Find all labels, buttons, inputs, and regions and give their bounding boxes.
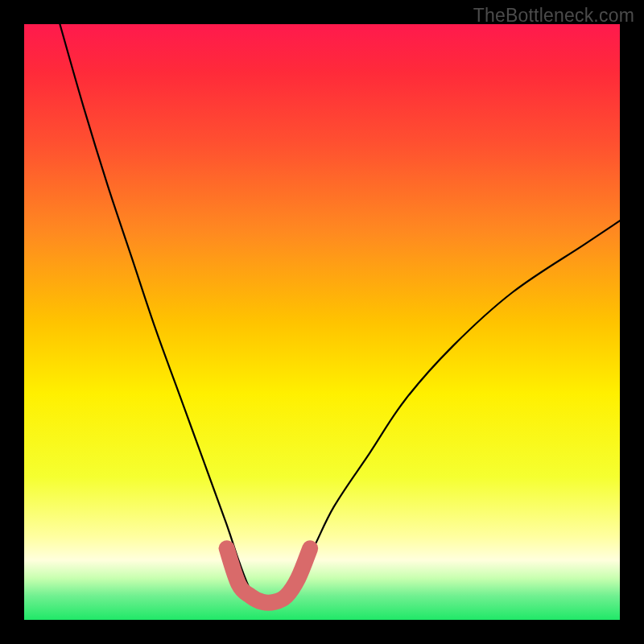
- chart-frame: TheBottleneck.com: [0, 0, 644, 644]
- plot-area: [24, 24, 620, 620]
- watermark-text: TheBottleneck.com: [473, 5, 634, 27]
- bottleneck-chart: [24, 24, 620, 620]
